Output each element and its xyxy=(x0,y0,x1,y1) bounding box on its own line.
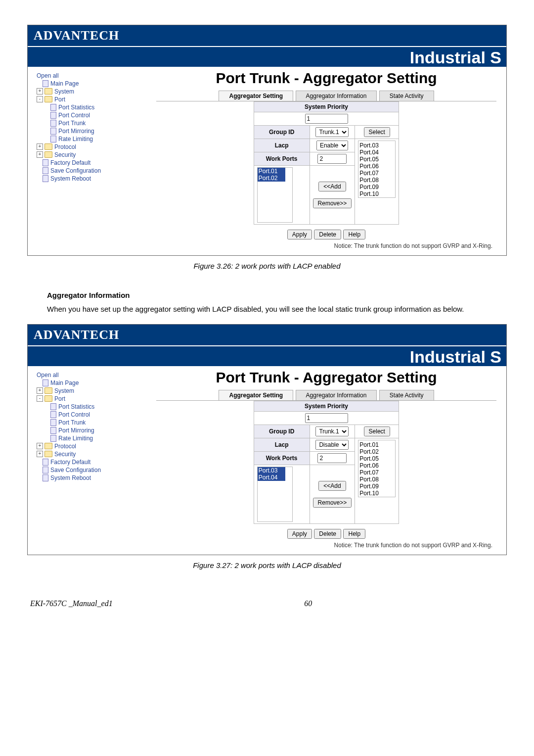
tab-bar: Aggregator Setting Aggregator Informatio… xyxy=(156,91,496,101)
nav-port-control[interactable]: Port Control xyxy=(58,111,90,119)
expand-icon[interactable]: + xyxy=(37,88,43,94)
available-port[interactable]: Port.05 xyxy=(359,156,394,163)
nav-rate-limiting[interactable]: Rate Limiting xyxy=(58,135,93,143)
nav-port-trunk[interactable]: Port Trunk xyxy=(58,419,86,426)
add-button[interactable]: <<Add xyxy=(318,481,346,491)
nav-port-statistics[interactable]: Port Statistics xyxy=(58,103,94,111)
page-icon xyxy=(50,136,56,142)
main-panel: Port Trunk - Aggregator Setting Aggregat… xyxy=(146,67,506,255)
nav-rate-limiting[interactable]: Rate Limiting xyxy=(58,434,93,442)
nav-save-configuration[interactable]: Save Configuration xyxy=(50,466,101,474)
delete-button[interactable]: Delete xyxy=(314,230,341,239)
nav-port[interactable]: Port xyxy=(54,395,65,403)
collapse-icon[interactable]: - xyxy=(37,395,43,402)
tab-state-activity[interactable]: State Activity xyxy=(379,91,434,101)
nav-port-mirroring[interactable]: Port Mirroring xyxy=(58,426,94,434)
tab-state-activity[interactable]: State Activity xyxy=(379,390,434,400)
page-icon xyxy=(50,112,56,119)
group-id-label: Group ID xyxy=(254,425,310,438)
lacp-select[interactable]: Disable xyxy=(315,440,349,450)
available-port[interactable]: Port.10 xyxy=(359,490,394,497)
nav-system-reboot[interactable]: System Reboot xyxy=(50,474,91,482)
page-icon xyxy=(43,159,48,166)
system-priority-input[interactable] xyxy=(305,114,348,124)
selected-port[interactable]: Port.02 xyxy=(258,175,285,182)
brand-bar: ADVANTECH xyxy=(28,25,506,46)
system-priority-label: System Priority xyxy=(254,101,399,112)
section-heading: Aggregator Information xyxy=(47,291,507,299)
nav-security[interactable]: Security xyxy=(54,151,76,159)
page-icon xyxy=(43,379,48,386)
apply-button[interactable]: Apply xyxy=(287,230,312,239)
notice-text: Notice: The trunk function do not suppor… xyxy=(150,542,502,549)
available-port[interactable]: Port.05 xyxy=(359,455,394,462)
nav-port-trunk[interactable]: Port Trunk xyxy=(58,119,86,127)
delete-button[interactable]: Delete xyxy=(314,529,341,539)
available-port[interactable]: Port.08 xyxy=(359,476,394,483)
apply-button[interactable]: Apply xyxy=(287,529,312,539)
select-button[interactable]: Select xyxy=(364,127,390,137)
expand-icon[interactable]: + xyxy=(37,387,43,394)
notice-text: Notice: The trunk function do not suppor… xyxy=(150,242,502,249)
nav-security[interactable]: Security xyxy=(54,450,76,458)
nav-main-page[interactable]: Main Page xyxy=(50,80,79,88)
remove-button[interactable]: Remove>> xyxy=(313,498,352,508)
nav-open-all[interactable]: Open all xyxy=(37,72,59,80)
nav-factory-default[interactable]: Factory Default xyxy=(50,159,90,167)
work-ports-input[interactable] xyxy=(317,453,347,463)
nav-system[interactable]: System xyxy=(54,88,74,95)
help-button[interactable]: Help xyxy=(343,230,365,239)
nav-factory-default[interactable]: Factory Default xyxy=(50,458,90,466)
expand-icon[interactable]: + xyxy=(37,151,43,158)
selected-port[interactable]: Port.03 xyxy=(258,467,285,474)
available-port[interactable]: Port.06 xyxy=(359,462,394,469)
nav-port-mirroring[interactable]: Port Mirroring xyxy=(58,127,94,135)
nav-open-all[interactable]: Open all xyxy=(37,371,59,379)
selected-port[interactable]: Port.04 xyxy=(258,474,285,481)
tab-aggregator-setting[interactable]: Aggregator Setting xyxy=(219,390,293,400)
available-port[interactable]: Port.06 xyxy=(359,163,394,170)
add-button[interactable]: <<Add xyxy=(318,182,346,191)
nav-system-reboot[interactable]: System Reboot xyxy=(50,175,91,183)
expand-icon[interactable]: + xyxy=(37,451,43,457)
nav-port-control[interactable]: Port Control xyxy=(58,411,90,419)
nav-protocol[interactable]: Protocol xyxy=(54,143,76,151)
nav-main-page[interactable]: Main Page xyxy=(50,379,79,387)
nav-port[interactable]: Port xyxy=(54,95,65,103)
expand-icon[interactable]: + xyxy=(37,143,43,150)
nav-port-statistics[interactable]: Port Statistics xyxy=(58,403,94,411)
select-button[interactable]: Select xyxy=(364,426,390,436)
brand-bar: ADVANTECH xyxy=(28,325,506,345)
work-ports-input[interactable] xyxy=(317,154,347,164)
collapse-icon[interactable]: - xyxy=(37,96,43,102)
available-port[interactable]: Port.03 xyxy=(359,142,394,149)
page-title: Port Trunk - Aggregator Setting xyxy=(150,369,502,386)
available-port[interactable]: Port.09 xyxy=(359,184,394,190)
work-ports-label: Work Ports xyxy=(254,152,310,165)
tab-aggregator-setting[interactable]: Aggregator Setting xyxy=(219,91,293,101)
tab-aggregator-information[interactable]: Aggregator Information xyxy=(296,390,377,400)
available-port[interactable]: Port.08 xyxy=(359,177,394,184)
group-id-select[interactable]: Trunk.1 xyxy=(315,127,349,137)
expand-icon[interactable]: + xyxy=(37,443,43,449)
body-paragraph: When you have set up the aggregator sett… xyxy=(47,304,507,314)
available-port[interactable]: Port.09 xyxy=(359,483,394,490)
help-button[interactable]: Help xyxy=(343,529,365,539)
lacp-select[interactable]: Enable xyxy=(316,141,348,150)
available-port[interactable]: Port.10 xyxy=(359,190,394,197)
nav-save-configuration[interactable]: Save Configuration xyxy=(50,167,101,175)
nav-protocol[interactable]: Protocol xyxy=(54,442,76,450)
available-port[interactable]: Port.04 xyxy=(359,149,394,156)
config-table: System Priority Group ID Trunk.1 Select … xyxy=(254,401,400,524)
group-id-select[interactable]: Trunk.1 xyxy=(315,426,349,436)
available-port[interactable]: Port.01 xyxy=(359,441,394,448)
page-icon xyxy=(50,104,56,111)
remove-button[interactable]: Remove>> xyxy=(313,198,352,208)
system-priority-input[interactable] xyxy=(305,413,348,423)
available-port[interactable]: Port.02 xyxy=(359,448,394,455)
selected-port[interactable]: Port.01 xyxy=(258,168,285,175)
tab-aggregator-information[interactable]: Aggregator Information xyxy=(296,91,377,101)
available-port[interactable]: Port.07 xyxy=(359,170,394,177)
nav-system[interactable]: System xyxy=(54,387,74,395)
available-port[interactable]: Port.07 xyxy=(359,469,394,476)
